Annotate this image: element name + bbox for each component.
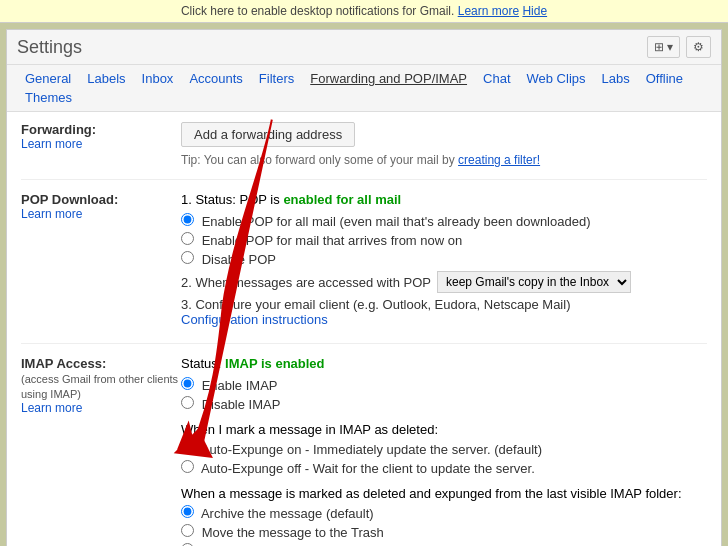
- tab-labels[interactable]: Labels: [79, 69, 133, 88]
- pop-section: POP Download: Learn more 1. Status: POP …: [21, 192, 707, 344]
- imap-expunged-opt2[interactable]: Move the message to the Trash: [181, 524, 707, 540]
- learn-more-link[interactable]: Learn more: [458, 4, 519, 18]
- imap-content: Status: IMAP is enabled Enable IMAP Disa…: [181, 356, 707, 546]
- pop-label: POP Download: Learn more: [21, 192, 181, 331]
- imap-expunged-options: Archive the message (default) Move the m…: [181, 505, 707, 546]
- tab-general[interactable]: General: [17, 69, 79, 88]
- forwarding-learn-more[interactable]: Learn more: [21, 137, 181, 151]
- imap-status-value: IMAP is enabled: [225, 356, 324, 371]
- create-filter-link[interactable]: creating a filter!: [458, 153, 540, 167]
- tab-chat[interactable]: Chat: [475, 69, 518, 88]
- imap-deleted-opt1[interactable]: Auto-Expunge on - Immediately update the…: [181, 441, 707, 457]
- imap-deleted-opt2[interactable]: Auto-Expunge off - Wait for the client t…: [181, 460, 707, 476]
- tab-inbox[interactable]: Inbox: [134, 69, 182, 88]
- imap-expunged-opt1[interactable]: Archive the message (default): [181, 505, 707, 521]
- pop-status-value: enabled for all mail: [283, 192, 401, 207]
- pop-option-3[interactable]: Disable POP: [181, 251, 707, 267]
- header-icons: ⊞ ▾ ⚙: [647, 36, 711, 58]
- pop-option-2[interactable]: Enable POP for mail that arrives from no…: [181, 232, 707, 248]
- imap-section: IMAP Access: (access Gmail from other cl…: [21, 356, 707, 546]
- page-title: Settings: [17, 37, 82, 58]
- notification-bar: Click here to enable desktop notificatio…: [0, 0, 728, 23]
- imap-label: IMAP Access: (access Gmail from other cl…: [21, 356, 181, 546]
- notification-text: Click here to enable desktop notificatio…: [181, 4, 454, 18]
- forwarding-tip: Tip: You can also forward only some of y…: [181, 153, 707, 167]
- tab-offline[interactable]: Offline: [638, 69, 691, 88]
- imap-deleted-label: When I mark a message in IMAP as deleted…: [181, 422, 707, 437]
- pop-options: Enable POP for all mail (even mail that'…: [181, 213, 707, 267]
- pop-content: 1. Status: POP is enabled for all mail E…: [181, 192, 707, 331]
- tab-accounts[interactable]: Accounts: [181, 69, 250, 88]
- gear-button[interactable]: ⚙: [686, 36, 711, 58]
- add-forwarding-button[interactable]: Add a forwarding address: [181, 122, 355, 147]
- tab-filters[interactable]: Filters: [251, 69, 302, 88]
- imap-expunged-label: When a message is marked as deleted and …: [181, 486, 707, 501]
- tab-labs[interactable]: Labs: [594, 69, 638, 88]
- tab-themes[interactable]: Themes: [17, 88, 80, 107]
- tab-webclips[interactable]: Web Clips: [519, 69, 594, 88]
- nav-tabs: General Labels Inbox Accounts Filters Fo…: [7, 65, 721, 112]
- forwarding-section: Forwarding: Learn more Add a forwarding …: [21, 122, 707, 180]
- pop-learn-more[interactable]: Learn more: [21, 207, 181, 221]
- imap-enable[interactable]: Enable IMAP: [181, 377, 707, 393]
- pop-status: 1. Status: POP is enabled for all mail: [181, 192, 707, 207]
- pop-when-select[interactable]: keep Gmail's copy in the Inbox archive G…: [437, 271, 631, 293]
- grid-view-button[interactable]: ⊞ ▾: [647, 36, 680, 58]
- tab-forwarding[interactable]: Forwarding and POP/IMAP: [302, 69, 475, 88]
- imap-disable[interactable]: Disable IMAP: [181, 396, 707, 412]
- imap-options: Enable IMAP Disable IMAP: [181, 377, 707, 412]
- forwarding-label: Forwarding: Learn more: [21, 122, 181, 167]
- pop-option-1[interactable]: Enable POP for all mail (even mail that'…: [181, 213, 707, 229]
- imap-status: Status: IMAP is enabled: [181, 356, 707, 371]
- imap-deleted-options: Auto-Expunge on - Immediately update the…: [181, 441, 707, 476]
- forwarding-content: Add a forwarding address Tip: You can al…: [181, 122, 707, 167]
- imap-expunged-section: When a message is marked as deleted and …: [181, 486, 707, 546]
- pop-configure-note: 3. Configure your email client (e.g. Out…: [181, 297, 707, 327]
- imap-deleted-section: When I mark a message in IMAP as deleted…: [181, 422, 707, 476]
- imap-sublabel: (access Gmail from other clients using I…: [21, 373, 178, 400]
- imap-learn-more[interactable]: Learn more: [21, 401, 181, 415]
- pop-when-row: 2. When messages are accessed with POP k…: [181, 271, 707, 293]
- pop-config-link[interactable]: Configuration instructions: [181, 312, 328, 327]
- hide-link[interactable]: Hide: [522, 4, 547, 18]
